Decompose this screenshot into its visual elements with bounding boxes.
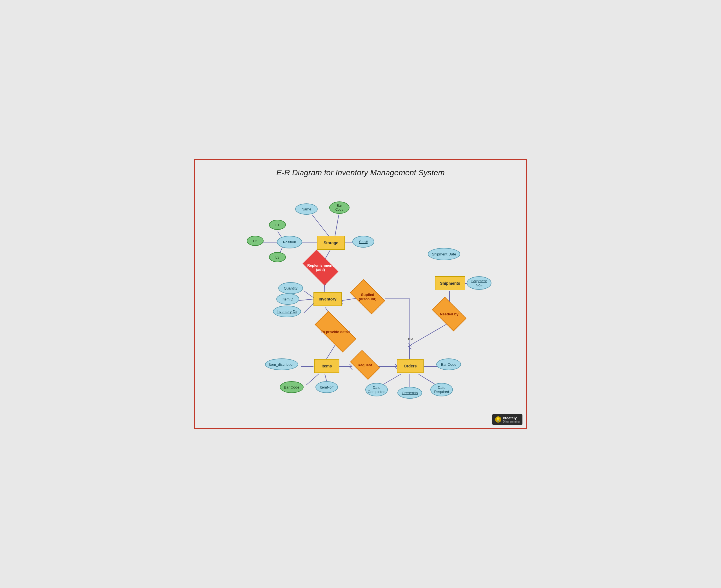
svg-line-18 [306,374,319,385]
l2-attribute: L2 [247,236,264,246]
text-label: text [405,336,416,342]
barcode-items-attribute: Bar Code [280,381,304,393]
orders-entity: Orders [397,359,424,373]
supplied-relationship: Suplied(discount) [350,279,385,314]
svg-line-42 [408,346,412,349]
itemid-attribute: ItemID [276,293,299,305]
date-required-attribute: DateRequired [430,383,453,396]
svg-line-23 [382,374,401,385]
svg-line-41 [408,343,412,346]
item-description-attribute: Item_discription [265,358,298,370]
storage-entity: Storage [317,236,345,250]
svg-line-37 [349,364,352,367]
date-completed-attribute: DateCompleted [365,383,388,396]
inventory-entity: Inventory [314,292,342,306]
svg-line-10 [299,299,314,300]
diagram-container: E-R Diagram for Inventory Management Sys… [194,159,527,429]
watermark-brand: creately Diagramming [503,416,520,423]
svg-line-12 [342,298,357,300]
shipment-no-attribute: ShipmentNo# [467,276,492,290]
svg-line-27 [410,323,449,345]
orderno-attribute: OrederNo [397,387,422,399]
position-attribute: Position [277,236,302,248]
svg-line-9 [304,291,314,298]
itemno-attribute: ItemNo# [316,381,338,393]
svg-line-1 [335,215,339,238]
sno-attribute: Sno# [352,236,374,248]
inventoryid-attribute: InventoryID# [273,306,301,317]
watermark: 💡 creately Diagramming [492,414,522,425]
svg-line-0 [312,215,331,238]
l3-attribute: L3 [269,252,286,262]
diagram-title: E-R Diagram for Inventory Management Sys… [201,168,520,177]
barcode-storage-attribute: BarCode [329,202,349,214]
quantity-attribute: Quantity [278,282,303,294]
svg-line-38 [349,367,352,370]
svg-line-11 [304,303,314,313]
replenishment-relationship: Replenishment(add) [302,250,338,285]
shipments-entity: Shipments [435,276,465,290]
items-entity: Items [314,359,339,373]
watermark-icon: 💡 [495,416,501,423]
svg-line-25 [419,374,436,385]
toprovide-relationship: To provide detail [315,311,356,352]
name-attribute: Name [295,204,318,215]
barcode-orders-attribute: Bar Code [436,358,461,370]
needed-by-relationship: Needed by [432,297,466,331]
request-relationship: Request [350,350,380,380]
l1-attribute: L1 [269,220,286,230]
shipment-date-attribute: Shipment Date [428,248,460,260]
